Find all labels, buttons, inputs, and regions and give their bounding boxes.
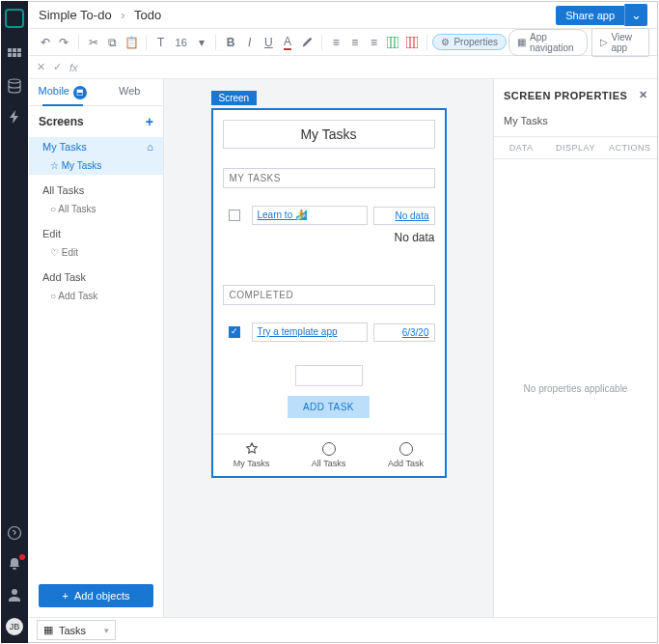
rp-title: My Tasks bbox=[494, 111, 657, 136]
left-rail: JB bbox=[1, 1, 28, 643]
database-icon[interactable] bbox=[7, 78, 22, 94]
nav-addtask[interactable]: Add Task bbox=[368, 442, 445, 468]
border-icon[interactable] bbox=[384, 32, 401, 53]
align-center-icon[interactable]: ≡ bbox=[346, 32, 364, 53]
svg-rect-12 bbox=[406, 37, 418, 48]
bold-icon[interactable]: B bbox=[222, 32, 239, 53]
task-date[interactable]: No data bbox=[373, 207, 435, 225]
check-icon[interactable]: ✓ bbox=[53, 61, 62, 73]
section-completed[interactable]: COMPLETED bbox=[223, 285, 435, 305]
rp-header: SCREEN PROPERTIES bbox=[504, 90, 627, 101]
add-objects-button[interactable]: +Add objects bbox=[39, 584, 153, 607]
task-row: Try a template app 6/3/20 bbox=[223, 322, 435, 342]
svg-rect-5 bbox=[17, 53, 21, 57]
checkbox-checked[interactable] bbox=[229, 326, 240, 338]
screens-header: Screens bbox=[39, 115, 84, 128]
topbar: Simple To-do › Todo Share app ⌄ bbox=[29, 2, 657, 29]
task-row: Learn to 🏄 No data bbox=[223, 206, 435, 225]
border2-icon[interactable] bbox=[403, 32, 421, 53]
chevron-down-icon[interactable]: ▾ bbox=[193, 32, 210, 53]
screen-tag: Screen bbox=[211, 91, 258, 105]
sidebar-item-edit-child[interactable]: ♡ Edit bbox=[29, 243, 163, 262]
breadcrumb: Simple To-do › Todo bbox=[39, 8, 161, 22]
section-mytasks[interactable]: MY TASKS bbox=[223, 168, 435, 188]
svg-rect-3 bbox=[8, 53, 12, 57]
help-icon[interactable] bbox=[7, 525, 22, 541]
fx-label: fx bbox=[69, 62, 78, 73]
breadcrumb-app[interactable]: Simple To-do bbox=[39, 8, 112, 22]
share-dropdown[interactable]: ⌄ bbox=[624, 4, 647, 26]
font-icon[interactable]: T bbox=[152, 32, 170, 53]
rp-tab-data[interactable]: DATA bbox=[494, 137, 548, 158]
page-title[interactable]: My Tasks bbox=[223, 120, 435, 149]
align-right-icon[interactable]: ≡ bbox=[366, 32, 383, 53]
rp-tab-actions[interactable]: ACTIONS bbox=[603, 137, 657, 158]
task-date[interactable]: 6/3/20 bbox=[373, 323, 435, 342]
addtask-input[interactable] bbox=[295, 365, 363, 386]
rp-empty: No properties applicable bbox=[494, 159, 657, 617]
home-icon: ⌂ bbox=[147, 141, 153, 153]
task-text[interactable]: Try a template app bbox=[252, 322, 368, 342]
undo-icon[interactable]: ↶ bbox=[37, 32, 54, 53]
paste-icon[interactable]: 📋 bbox=[123, 32, 140, 53]
nav-mytasks[interactable]: My Tasks bbox=[213, 442, 290, 468]
plus-icon: + bbox=[63, 590, 69, 602]
svg-point-8 bbox=[12, 589, 17, 595]
sidebar-item-edit[interactable]: Edit bbox=[29, 224, 163, 243]
addtask-button[interactable]: ADD TASK bbox=[288, 396, 370, 418]
bell-icon[interactable] bbox=[7, 556, 22, 572]
bottom-bar: ▦Tasks bbox=[29, 617, 657, 642]
app-logo bbox=[5, 9, 24, 28]
text-color-icon[interactable]: A bbox=[279, 32, 296, 53]
svg-rect-1 bbox=[13, 48, 16, 52]
task-date[interactable]: No data bbox=[394, 231, 434, 244]
fontsize[interactable]: 16 bbox=[172, 37, 191, 48]
svg-rect-2 bbox=[17, 48, 21, 52]
svg-rect-4 bbox=[13, 53, 16, 57]
sidebar-item-mytasks[interactable]: My Tasks⌂ bbox=[29, 137, 163, 156]
redo-icon[interactable]: ↷ bbox=[56, 32, 73, 53]
share-button[interactable]: Share app bbox=[556, 6, 624, 25]
checkbox[interactable] bbox=[229, 210, 240, 221]
italic-icon[interactable]: I bbox=[241, 32, 259, 53]
avatar[interactable]: JB bbox=[6, 618, 23, 635]
cut-icon[interactable]: ✂ bbox=[85, 32, 102, 53]
task-text[interactable]: Learn to 🏄 bbox=[252, 206, 368, 225]
grid-icon[interactable] bbox=[7, 47, 22, 63]
sidebar-item-alltasks-child[interactable]: ○ All Tasks bbox=[29, 200, 163, 218]
sidebar-item-mytasks-child[interactable]: ☆ My Tasks bbox=[29, 156, 163, 175]
chevron-right-icon: › bbox=[121, 8, 124, 22]
tab-web[interactable]: Web bbox=[96, 79, 164, 105]
bottom-nav: My Tasks All Tasks Add Task bbox=[213, 434, 445, 476]
viewapp-button[interactable]: ▷View app bbox=[591, 28, 650, 57]
formula-bar: ✕ ✓ fx bbox=[29, 56, 657, 79]
add-screen-button[interactable]: + bbox=[146, 114, 153, 129]
tab-badge: ⬒ bbox=[73, 86, 87, 99]
datasource-select[interactable]: ▦Tasks bbox=[37, 620, 116, 640]
sidebar-item-addtask-child[interactable]: ○ Add Task bbox=[29, 287, 163, 305]
svg-point-6 bbox=[9, 79, 20, 83]
appnav-button[interactable]: ▦App navigation bbox=[508, 29, 588, 56]
tab-mobile[interactable]: Mobile⬒ bbox=[29, 79, 96, 105]
breadcrumb-page: Todo bbox=[134, 8, 161, 22]
align-left-icon[interactable]: ≡ bbox=[327, 32, 344, 53]
fill-color-icon[interactable] bbox=[298, 32, 316, 53]
copy-icon[interactable]: ⧉ bbox=[104, 32, 122, 53]
svg-rect-9 bbox=[387, 37, 398, 48]
nav-alltasks[interactable]: All Tasks bbox=[290, 442, 368, 468]
sidebar-item-alltasks[interactable]: All Tasks bbox=[29, 181, 163, 200]
sidebar-item-addtask[interactable]: Add Task bbox=[29, 267, 163, 287]
svg-rect-0 bbox=[8, 48, 12, 52]
close-icon[interactable]: ✕ bbox=[639, 89, 648, 101]
underline-icon[interactable]: U bbox=[261, 32, 278, 53]
rp-tab-display[interactable]: DISPLAY bbox=[548, 137, 602, 158]
close-icon[interactable]: ✕ bbox=[37, 61, 45, 73]
device-frame: My Tasks MY TASKS Learn to 🏄 No data No … bbox=[211, 108, 447, 478]
canvas[interactable]: Screen My Tasks MY TASKS Learn to 🏄 No d… bbox=[164, 79, 493, 617]
right-panel: SCREEN PROPERTIES ✕ My Tasks DATA DISPLA… bbox=[493, 79, 657, 617]
flash-icon[interactable] bbox=[7, 109, 22, 125]
left-panel: Mobile⬒ Web Screens + My Tasks⌂ ☆ My Tas… bbox=[29, 79, 164, 617]
user-icon[interactable] bbox=[7, 587, 22, 602]
table-icon: ▦ bbox=[43, 624, 53, 636]
properties-button[interactable]: ⚙Properties bbox=[432, 34, 507, 50]
